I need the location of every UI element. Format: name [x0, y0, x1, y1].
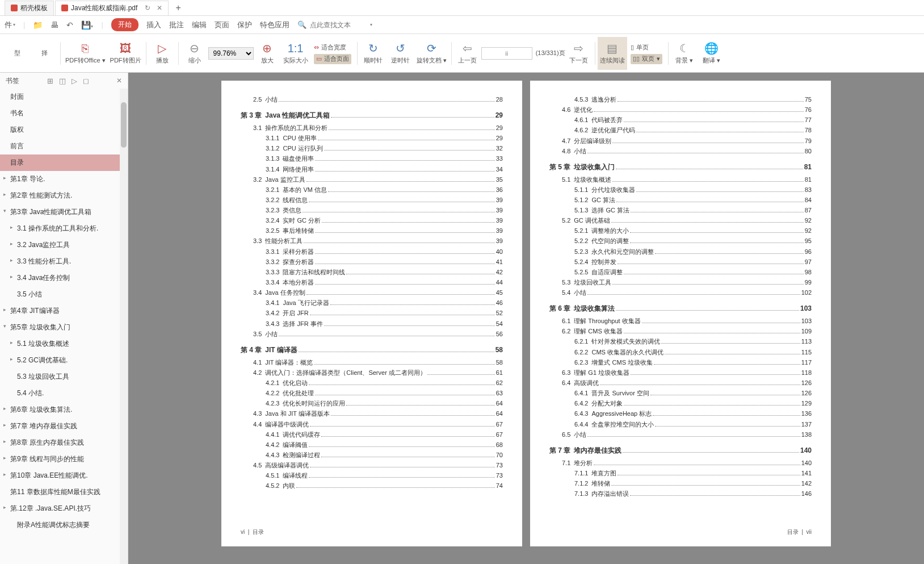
toc-line: 第 4 章JIT 编译器58 — [241, 345, 503, 356]
page-number-input[interactable] — [481, 47, 532, 60]
toc-line: 6.3理解 G1 垃圾收集器118 — [549, 367, 812, 378]
prev-page-button[interactable]: ⇦上一页 — [454, 37, 481, 70]
bookmark-item[interactable]: ▸3.1 操作系统的工具和分析. — [0, 220, 128, 237]
bookmark-icon3[interactable]: ▷ — [72, 77, 77, 85]
pdf-to-office-button[interactable]: ⎘PDF转Office ▾ — [63, 37, 108, 70]
pdf-to-image-button[interactable]: 🖼PDF转图片 — [108, 37, 144, 70]
bookmark-item[interactable]: ▸第9章 线程与同步的性能 — [0, 451, 128, 467]
type-tool[interactable]: 型 — [3, 37, 31, 70]
undo-icon[interactable]: ↶ — [66, 20, 73, 30]
bookmark-item[interactable]: ▸第1章 导论. — [0, 171, 128, 187]
translate-button[interactable]: 🌐翻译 ▾ — [698, 37, 725, 70]
tab-templates[interactable]: 稻壳模板 — [5, 1, 54, 15]
bookmark-icon4[interactable]: ◻ — [83, 77, 89, 85]
sidebar-close-icon[interactable]: ✕ — [116, 77, 122, 85]
restore-icon[interactable]: ↻ — [145, 4, 150, 12]
file-menu[interactable]: 件▾ — [5, 20, 15, 30]
bookmark-item[interactable]: 封面 — [0, 89, 128, 105]
toc-line: 7.1.2堆转储142 — [549, 478, 812, 488]
toc-line: 5.1.3选择 GC 算法87 — [549, 205, 812, 215]
toc-line: 3.1操作系统的工具和分析29 — [241, 123, 503, 133]
bookmark-item[interactable]: 前言 — [0, 138, 128, 154]
bookmark-item[interactable]: 第11 章数据库性能M最佳实践 — [0, 484, 128, 500]
fit-width-button[interactable]: ⇔适合宽度 — [314, 43, 351, 53]
bookmark-item[interactable]: 目录 — [0, 154, 128, 171]
bookmark-item[interactable]: ▸第6章 垃圾收集算法. — [0, 402, 128, 418]
new-tab-button[interactable]: + — [170, 3, 186, 13]
search-icon: 🔍 — [297, 20, 306, 29]
toc-line: 3.3.2探查分析器41 — [241, 257, 503, 267]
actual-size-button[interactable]: 1:1实际大小 — [281, 37, 310, 70]
double-page-button[interactable]: ▯▯双页▾ — [631, 54, 662, 64]
bookmark-item[interactable]: ▸第2章 性能测试方法. — [0, 187, 128, 204]
continuous-read-button[interactable]: ▤连续阅读 — [598, 37, 627, 70]
insert-tab[interactable]: 插入 — [146, 20, 161, 30]
bookmark-icon2[interactable]: ◫ — [59, 77, 66, 85]
bookmark-item[interactable]: ▸3.4 Java任务控制 — [0, 270, 128, 286]
scrollbar[interactable] — [120, 89, 128, 564]
select-tool[interactable]: 择 — [31, 37, 58, 70]
single-page-button[interactable]: ▯单页 — [631, 43, 662, 53]
toc-line: 3.3.1采样分析器40 — [241, 247, 503, 257]
open-icon[interactable]: 📁 — [33, 20, 43, 30]
toc-line: 3.2.3类信息39 — [241, 205, 503, 215]
toc-line: 5.1.1分代垃圾收集器83 — [549, 185, 812, 195]
bookmark-item[interactable]: 版权 — [0, 122, 128, 138]
bookmark-item[interactable]: 5.4 小结. — [0, 385, 128, 402]
bookmark-item[interactable]: ▸3.2 Java监控工具 — [0, 237, 128, 253]
play-button[interactable]: ▷播放 — [149, 37, 176, 70]
review-tab[interactable]: 批注 — [169, 20, 184, 30]
special-tab[interactable]: 特色应用 — [260, 20, 289, 30]
zoom-select[interactable]: 99.76% — [208, 47, 254, 60]
bookmark-item[interactable]: 附录A性能调优标志摘要 — [0, 517, 128, 533]
document-viewer[interactable]: 2.5小结28第 3 章Java 性能调优工具箱293.1操作系统的工具和分析2… — [128, 73, 924, 564]
toc-line: 5.2.2代空间的调整95 — [549, 236, 812, 246]
next-page-button[interactable]: ⇨下一页 — [565, 37, 593, 70]
fit-page-button[interactable]: ▭适合页面 — [314, 54, 351, 64]
bookmark-item[interactable]: 书名 — [0, 105, 128, 122]
bookmark-item[interactable]: ▾第5章 垃圾收集入门 — [0, 319, 128, 336]
close-icon[interactable]: ✕ — [157, 4, 162, 12]
bookmark-item[interactable]: 5.3 垃圾回收工具 — [0, 369, 128, 385]
rotate-doc-button[interactable]: ⟳旋转文档 ▾ — [414, 37, 449, 70]
bookmark-item[interactable]: ▾第3章 Java性能调优工具箱 — [0, 204, 128, 220]
bookmark-add-icon[interactable]: ⊞ — [47, 77, 53, 85]
start-tab[interactable]: 开始 — [111, 18, 138, 31]
bookmark-item[interactable]: ▸第10章 Java.EE性能调优. — [0, 467, 128, 484]
bookmark-item[interactable]: ▸第.12章 .Java.SE.API.技巧 — [0, 500, 128, 517]
page-tab[interactable]: 页面 — [215, 20, 229, 30]
edit-tab[interactable]: 编辑 — [192, 20, 207, 30]
search-box[interactable]: 🔍 ▾ — [297, 20, 372, 29]
toc-line: 4.2调优入门：选择编译器类型（Client、Server 或二者同用）61 — [241, 367, 503, 378]
toc-line: 3.2.4实时 GC 分析39 — [241, 215, 503, 225]
bookmark-item[interactable]: ▸第7章 堆内存最佳实践 — [0, 418, 128, 435]
zoom-in-button[interactable]: ⊕放大 — [254, 37, 281, 70]
toc-line: 4.6.1代码被丢弃77 — [549, 115, 812, 125]
protect-tab[interactable]: 保护 — [237, 20, 252, 30]
next-icon: ⇨ — [574, 41, 583, 55]
toc-line: 5.3垃圾回收工具99 — [549, 277, 812, 287]
toc-line: 6.4高级调优126 — [549, 378, 812, 388]
toc-line: 4.5.1编译线程73 — [241, 470, 503, 481]
print-icon[interactable]: 🖶 — [51, 20, 58, 30]
zoom-out-button[interactable]: ⊖缩小 — [181, 37, 208, 70]
bookmark-item[interactable]: ▸3.3 性能分析工具. — [0, 253, 128, 270]
toc-line: 6.4.2分配大对象129 — [549, 398, 812, 408]
rotate-cw-button[interactable]: ↻顺时针 — [360, 37, 387, 70]
toc-line: 3.2.1基本的 VM 信息36 — [241, 185, 503, 195]
bookmark-item[interactable]: ▸第4章 JIT编译器 — [0, 303, 128, 319]
rotate-ccw-button[interactable]: ↺逆时针 — [387, 37, 414, 70]
bookmark-item[interactable]: 3.5 小结 — [0, 286, 128, 303]
translate-icon: 🌐 — [704, 41, 719, 55]
toc-line: 5.2.5自适应调整98 — [549, 267, 812, 277]
save-icon[interactable]: 💾▾ — [81, 20, 93, 30]
background-button[interactable]: ☾背景 ▾ — [671, 37, 698, 70]
tab-pdf[interactable]: Java性能权威指南.pdf↻✕ — [55, 1, 169, 15]
toc-line: 4.5.2内联74 — [241, 481, 503, 491]
toc-line: 4.1JIT 编译器：概览58 — [241, 357, 503, 367]
bookmark-item[interactable]: ▸第8章 原生内存最佳实践 — [0, 435, 128, 451]
search-dropdown-icon[interactable]: ▾ — [370, 22, 372, 27]
bookmark-item[interactable]: ▸5.2 GC调优基础. — [0, 352, 128, 369]
bookmark-item[interactable]: ▸5.1 垃圾收集概述 — [0, 336, 128, 352]
search-input[interactable] — [310, 21, 367, 29]
